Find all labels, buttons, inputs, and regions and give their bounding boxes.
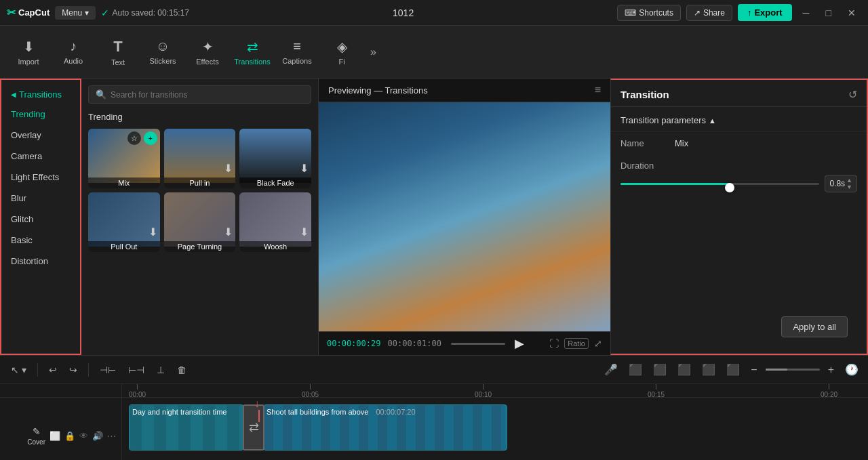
toolbar-effects[interactable]: ✦ Effects	[186, 29, 229, 75]
blackfade-download-icon[interactable]: ⬇	[300, 162, 309, 175]
clock-button[interactable]: 🕐	[842, 360, 861, 379]
star-icon[interactable]: ☆	[127, 131, 141, 145]
import-icon: ⬇	[23, 39, 35, 55]
logo: ✂ CapCut	[7, 6, 50, 19]
pullin-download-icon[interactable]: ⬇	[224, 162, 233, 175]
timeline-tracks: ✎ Cover ⬜ 🔒 👁 🔊 ⋯ 00:00	[0, 384, 868, 460]
transition-mix[interactable]: ☆ + Mix	[88, 129, 160, 188]
split-tool1[interactable]: ⊣⊢	[96, 362, 120, 378]
slider-thumb[interactable]	[725, 183, 734, 192]
top-bar: ✂ CapCut Menu ✓ Auto saved: 00:15:17 101…	[0, 0, 868, 26]
preview-menu-icon[interactable]: ≡	[595, 84, 601, 96]
track-eye-icon[interactable]: 👁	[79, 431, 88, 441]
clip-night[interactable]: Shoot tall buildings from above 00:00:07…	[263, 404, 507, 451]
effects-label: Effects	[196, 58, 218, 66]
preview-title: Previewing — Transitions	[328, 85, 428, 96]
sidebar-item-overlay[interactable]: Overlay	[1, 125, 80, 146]
toolbar-captions[interactable]: ≡ Captions	[275, 29, 319, 75]
timeline-main: 00:00 00:05 00:10 00:15 00:20	[122, 384, 868, 460]
track-audio-icon[interactable]: 🔊	[92, 431, 103, 441]
transition-blackfade[interactable]: ⬇ Black Fade	[239, 129, 311, 188]
minimize-button[interactable]: ─	[797, 6, 815, 20]
sidebar-item-distortion[interactable]: Distortion	[1, 251, 80, 272]
ruler-mark-1: 00:05	[302, 384, 319, 398]
audio-icon: ♪	[70, 39, 77, 54]
toolbar-transitions[interactable]: ⇄ Transitions	[231, 29, 274, 75]
play-button[interactable]: ▶	[515, 336, 524, 351]
woosh-download-icon[interactable]: ⬇	[300, 226, 309, 238]
export-button[interactable]: ↑ Export	[738, 4, 792, 21]
close-button[interactable]: ✕	[842, 6, 861, 20]
delete-tool[interactable]: 🗑	[173, 362, 191, 378]
transition-pageturning[interactable]: ⬇ Page Turning	[164, 192, 236, 252]
params-arrow-icon[interactable]: ▲	[709, 117, 716, 125]
left-panel: Transitions Trending Overlay Camera Ligh…	[0, 79, 81, 355]
top-right-controls: ⌨ Shortcuts ↗ Share ↑ Export ─ □ ✕	[617, 4, 861, 21]
blackfade-label: Black Fade	[239, 177, 311, 188]
zoom-in-button[interactable]: +	[825, 361, 837, 379]
menu-button[interactable]: Menu	[55, 6, 95, 20]
preview-ctrl-icons: ⛶ Ratio ⤢	[549, 338, 602, 349]
track-more-icon[interactable]: ⋯	[107, 431, 116, 441]
transition-woosh[interactable]: ⬇ Woosh	[239, 192, 311, 252]
sidebar-item-blur[interactable]: Blur	[1, 188, 80, 209]
text-icon: T	[113, 38, 122, 56]
sidebar-item-glitch[interactable]: Glitch	[1, 209, 80, 230]
tl-link3[interactable]: ⬛	[675, 360, 694, 379]
cover-button[interactable]: ✎ Cover	[27, 426, 45, 446]
tl-link4[interactable]: ⬛	[699, 360, 718, 379]
ratio-badge[interactable]: Ratio	[564, 338, 589, 349]
mix-overlay: ☆ +	[127, 131, 157, 145]
fullscreen-icon[interactable]: ⛶	[549, 338, 559, 349]
pullin-label: Pull in	[164, 177, 236, 188]
clip-day[interactable]: Day and night transition time	[129, 404, 244, 451]
pageturning-download-icon[interactable]: ⬇	[224, 226, 233, 238]
apply-all-button[interactable]: Apply to all	[781, 316, 848, 337]
search-box[interactable]: 🔍	[88, 85, 311, 104]
share-button[interactable]: ↗ Share	[686, 5, 732, 21]
duration-down-arrow[interactable]: ▼	[846, 184, 852, 190]
mic-button[interactable]: 🎤	[601, 360, 620, 379]
zoom-out-button[interactable]: −	[748, 361, 760, 379]
transitions-grid: ☆ + Mix ⬇ Pull in ⬇ Black Fade ⬇ Pu	[88, 129, 311, 252]
toolbar-stickers[interactable]: ☺ Stickers	[141, 29, 184, 75]
share-label: Share	[703, 8, 725, 18]
undo-button[interactable]: ↩	[45, 362, 61, 378]
split-tool3[interactable]: ⊥	[153, 362, 169, 378]
track-frame-icon[interactable]: ⬜	[50, 431, 60, 441]
tl-link5[interactable]: ⬛	[724, 360, 743, 379]
mix-label: Mix	[88, 177, 160, 188]
toolbar-audio[interactable]: ♪ Audio	[52, 29, 95, 75]
shortcuts-button[interactable]: ⌨ Shortcuts	[617, 5, 681, 21]
duration-up-arrow[interactable]: ▲	[846, 177, 852, 184]
toolbar-text[interactable]: T Text	[96, 29, 140, 75]
toolbar-import[interactable]: ⬇ Import	[7, 29, 50, 75]
track-lock-icon[interactable]: 🔒	[64, 431, 75, 441]
sidebar-item-camera[interactable]: Camera	[1, 146, 80, 167]
maximize-button[interactable]: □	[821, 6, 837, 20]
reset-icon[interactable]: ↺	[848, 88, 857, 101]
toolbar-fi[interactable]: ◈ Fi	[320, 29, 363, 75]
tl-link2[interactable]: ⬛	[650, 360, 669, 379]
duration-steppers[interactable]: ▲ ▼	[846, 177, 852, 190]
tl-link1[interactable]: ⬛	[626, 360, 645, 379]
pullout-download-icon[interactable]: ⬇	[149, 226, 157, 238]
split-tool2[interactable]: ⊢⊣	[124, 362, 149, 378]
toolbar-more-icon[interactable]: »	[368, 43, 379, 61]
expand-icon[interactable]: ⤢	[594, 338, 602, 349]
duration-slider[interactable]	[620, 177, 819, 190]
zoom-slider[interactable]	[766, 369, 820, 371]
select-tool[interactable]: ↖ ▾	[7, 362, 31, 378]
search-input[interactable]	[111, 90, 304, 100]
sidebar-item-basic[interactable]: Basic	[1, 230, 80, 251]
transition-pullout[interactable]: ⬇ Pull Out	[88, 192, 160, 252]
timeline-area: ↖ ▾ ↩ ↪ ⊣⊢ ⊢⊣ ⊥ 🗑 🎤 ⬛ ⬛ ⬛ ⬛ ⬛ − + 🕐	[0, 355, 868, 460]
duration-input[interactable]: 0.8s ▲ ▼	[825, 175, 857, 192]
import-label: Import	[18, 58, 39, 66]
transition-pullin[interactable]: ⬇ Pull in	[164, 129, 236, 188]
sidebar-item-trending[interactable]: Trending	[1, 104, 80, 125]
sidebar-item-light-effects[interactable]: Light Effects	[1, 167, 80, 188]
fi-icon: ◈	[337, 39, 347, 55]
redo-button[interactable]: ↪	[65, 362, 81, 378]
add-icon[interactable]: +	[144, 131, 157, 145]
